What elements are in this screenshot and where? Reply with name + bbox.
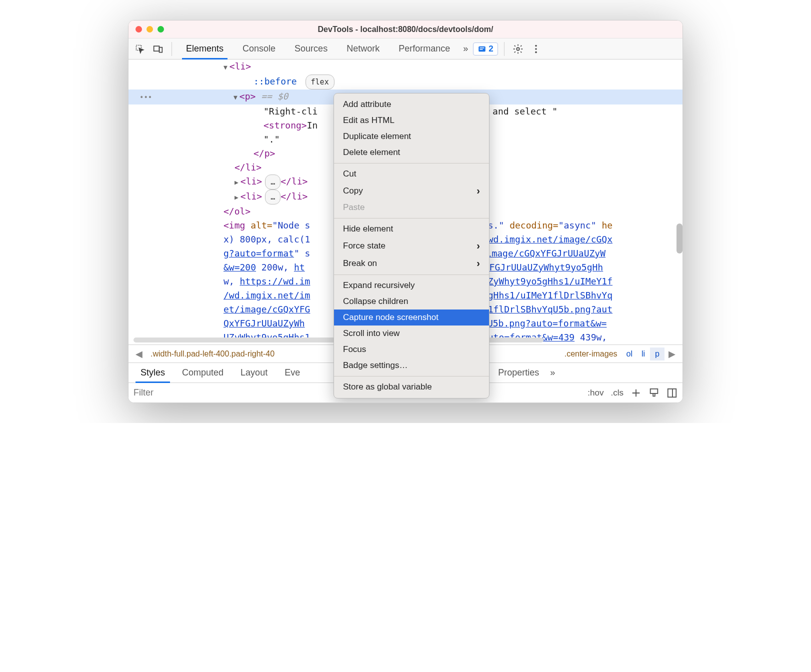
tab-styles[interactable]: Styles bbox=[132, 363, 173, 382]
more-styles-tabs-icon[interactable]: » bbox=[548, 368, 557, 378]
dom-text: In bbox=[307, 120, 318, 130]
svg-point-7 bbox=[535, 51, 537, 53]
breadcrumb-next-icon[interactable]: ▶ bbox=[666, 348, 678, 360]
context-menu-item-label: Break on bbox=[343, 258, 377, 268]
tab-event-listeners[interactable]: Eve bbox=[276, 363, 308, 382]
context-menu-item[interactable]: Expand recursively bbox=[334, 278, 489, 294]
tab-performance[interactable]: Performance bbox=[390, 38, 458, 59]
url-link[interactable]: https://wd.im bbox=[240, 276, 310, 286]
context-menu-item[interactable]: Badge settings… bbox=[334, 358, 489, 374]
paint-brush-icon[interactable] bbox=[648, 388, 660, 398]
url-link[interactable]: g?auto=format bbox=[224, 248, 294, 258]
svg-point-6 bbox=[535, 48, 537, 50]
tab-sources[interactable]: Sources bbox=[286, 38, 336, 59]
breadcrumb-item-selected[interactable]: p bbox=[650, 348, 664, 360]
svg-rect-2 bbox=[160, 47, 162, 52]
attr-value: 200w, bbox=[256, 262, 294, 272]
expand-toggle-icon[interactable]: ▶ bbox=[234, 190, 238, 204]
devtools-window: DevTools - localhost:8080/docs/devtools/… bbox=[128, 20, 683, 403]
dom-tag: <strong> bbox=[264, 120, 307, 130]
context-menu-item[interactable]: Cut bbox=[334, 166, 489, 182]
context-menu-item[interactable]: Edit as HTML bbox=[334, 112, 489, 128]
expand-toggle-icon[interactable]: ▼ bbox=[224, 60, 228, 74]
url-link[interactable]: YqU5b.png?auto=format&w= bbox=[476, 318, 606, 328]
svg-rect-8 bbox=[650, 388, 658, 393]
tab-computed[interactable]: Computed bbox=[174, 363, 232, 382]
tab-console[interactable]: Console bbox=[234, 38, 284, 59]
svg-rect-1 bbox=[154, 46, 160, 51]
context-menu-item[interactable]: Add attribute bbox=[334, 96, 489, 112]
context-menu-item[interactable]: Delete element bbox=[334, 144, 489, 160]
context-menu-item-label: Force state bbox=[343, 241, 386, 251]
hov-toggle[interactable]: :hov bbox=[588, 388, 604, 398]
context-menu-item[interactable]: Collapse children bbox=[334, 294, 489, 310]
context-menu-item[interactable]: Force state› bbox=[334, 237, 489, 254]
dom-tag: <p> bbox=[240, 91, 256, 102]
url-link[interactable]: aUZyWhyt9yo5gHhs1/uIMeY1f bbox=[477, 276, 612, 286]
issues-badge[interactable]: 2 bbox=[473, 42, 498, 56]
context-menu-item[interactable]: Hide element bbox=[334, 221, 489, 237]
close-window-icon[interactable] bbox=[136, 26, 142, 32]
context-menu-item-label: Add attribute bbox=[343, 100, 391, 110]
tab-elements[interactable]: Elements bbox=[178, 38, 232, 59]
context-menu-item-label: Expand recursively bbox=[343, 280, 415, 290]
url-link[interactable]: &w=200 bbox=[224, 262, 256, 272]
context-menu-item[interactable]: Duplicate element bbox=[334, 128, 489, 144]
minimize-window-icon[interactable] bbox=[146, 26, 153, 32]
device-toolbar-icon[interactable] bbox=[150, 42, 166, 56]
traffic-lights bbox=[128, 26, 164, 32]
context-menu-item-label: Scroll into view bbox=[343, 328, 400, 338]
dom-pseudo: ::before bbox=[254, 76, 297, 86]
expand-toggle-icon[interactable]: ▼ bbox=[234, 90, 238, 104]
ellipsis-badge[interactable]: … bbox=[265, 190, 280, 204]
titlebar: DevTools - localhost:8080/docs/devtools/… bbox=[128, 20, 682, 38]
ellipsis-badge[interactable]: … bbox=[265, 174, 280, 190]
context-menu-item-label: Store as global variable bbox=[343, 382, 432, 392]
context-menu-item-label: Copy bbox=[343, 186, 363, 196]
computed-panel-icon[interactable] bbox=[666, 388, 678, 398]
context-menu-item[interactable]: Capture node screenshot bbox=[334, 310, 489, 326]
context-menu-item[interactable]: Copy› bbox=[334, 182, 489, 200]
expand-toggle-icon[interactable]: ▶ bbox=[234, 176, 238, 190]
chevron-right-icon: › bbox=[476, 185, 480, 196]
breadcrumb-item[interactable]: .center-images bbox=[560, 350, 622, 358]
tab-properties[interactable]: Properties bbox=[490, 363, 547, 382]
url-link[interactable]: ht bbox=[294, 262, 305, 272]
vertical-scrollbar[interactable] bbox=[676, 224, 682, 254]
new-style-rule-icon[interactable] bbox=[630, 388, 642, 398]
flex-badge[interactable]: flex bbox=[306, 74, 334, 90]
more-tabs-icon[interactable]: » bbox=[461, 44, 470, 54]
dom-text: and select " bbox=[492, 106, 558, 116]
tab-network[interactable]: Network bbox=[338, 38, 388, 59]
attr-name: he bbox=[602, 220, 612, 230]
breadcrumb-item[interactable]: ol bbox=[622, 350, 636, 358]
url-link[interactable]: et/image/cGQxYFG bbox=[224, 304, 310, 314]
context-menu-item[interactable]: Store as global variable bbox=[334, 379, 489, 395]
dom-text: "Right-cli bbox=[264, 106, 318, 116]
inspect-element-icon[interactable] bbox=[132, 42, 148, 56]
context-menu-item[interactable]: Scroll into view bbox=[334, 326, 489, 342]
dom-tag: </p> bbox=[254, 148, 275, 158]
context-menu-item[interactable]: Focus bbox=[334, 342, 489, 358]
breadcrumb-prev-icon[interactable]: ◀ bbox=[132, 348, 146, 360]
context-menu-item-label: Badge settings… bbox=[343, 360, 408, 370]
cls-toggle[interactable]: .cls bbox=[611, 388, 624, 398]
url-link[interactable]: QxYFGJrUUaUZyWh bbox=[224, 318, 305, 328]
gear-icon[interactable] bbox=[510, 42, 526, 56]
breadcrumb-item[interactable]: .width-full.pad-left-400.pad-right-40 bbox=[146, 350, 278, 358]
url-link[interactable]: //wd.imgix.net/image/cGQx bbox=[477, 234, 612, 244]
url-link[interactable]: et/image/cGQxYFGJrUUaUZyW bbox=[470, 248, 606, 258]
context-menu-item[interactable]: Break on› bbox=[334, 254, 489, 272]
zoom-window-icon[interactable] bbox=[158, 26, 164, 32]
tab-layout[interactable]: Layout bbox=[232, 363, 276, 382]
gutter-menu-icon[interactable]: ••• bbox=[134, 90, 158, 104]
url-link[interactable]: /wd.imgix.net/im bbox=[224, 290, 310, 300]
svg-point-4 bbox=[516, 48, 520, 50]
url-link[interactable]: eY1flDrlSBhvYqU5b.png?aut bbox=[477, 304, 612, 314]
kebab-menu-icon[interactable] bbox=[528, 42, 544, 56]
url-link[interactable]: p5gHhs1/uIMeY1flDrlSBhvYq bbox=[477, 290, 612, 300]
context-menu-item-label: Cut bbox=[343, 169, 356, 179]
breadcrumb-item[interactable]: li bbox=[638, 350, 649, 358]
dom-eq0: == $0 bbox=[256, 91, 288, 102]
context-menu-separator bbox=[334, 218, 489, 218]
